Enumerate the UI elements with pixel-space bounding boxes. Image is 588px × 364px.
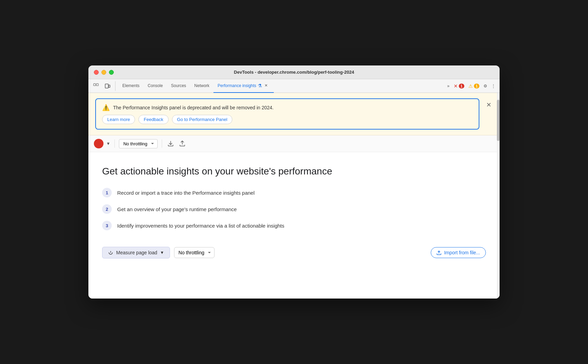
traffic-lights — [94, 70, 114, 75]
main-heading: Get actionable insights on your website'… — [102, 166, 486, 177]
svg-rect-1 — [96, 84, 98, 86]
record-dropdown-button[interactable]: ▼ — [106, 141, 110, 146]
scrollbar[interactable] — [497, 93, 500, 299]
devtools-window: DevTools - developer.chrome.com/blog/per… — [88, 65, 500, 299]
import-from-file-button[interactable]: Import from file... — [431, 247, 486, 258]
maximize-traffic-light[interactable] — [109, 70, 114, 75]
more-tabs-button[interactable]: » — [446, 81, 451, 91]
step-item-2: 2 Get an overview of your page's runtime… — [102, 204, 486, 214]
toolbar: ▼ No throttling Slow 3G Fast 3G — [88, 135, 500, 152]
tab-icon-group — [91, 81, 115, 91]
export-button[interactable] — [166, 139, 175, 148]
window-title: DevTools - developer.chrome.com/blog/per… — [234, 70, 354, 75]
svg-rect-2 — [105, 84, 108, 88]
warning-badge-button[interactable]: ⚠ 1 — [467, 81, 481, 91]
error-count: 1 — [459, 84, 464, 88]
step-number-3: 3 — [102, 221, 112, 230]
record-button[interactable] — [94, 139, 103, 148]
feedback-button[interactable]: Feedback — [138, 115, 168, 124]
toolbar-divider-2 — [162, 139, 162, 148]
tab-performance-insights[interactable]: Performance insights ⚗ ✕ — [213, 79, 274, 93]
toolbar-divider — [114, 139, 115, 148]
banner-close-button[interactable]: ✕ — [485, 100, 493, 110]
tab-sources[interactable]: Sources — [167, 79, 190, 93]
device-toolbar-icon[interactable] — [103, 81, 112, 91]
measure-chevron-icon: ▼ — [160, 250, 164, 255]
banner-message: ⚠️ The Performance Insights panel is dep… — [102, 104, 473, 111]
measure-label: Measure page load — [116, 250, 157, 255]
banner-inner: ⚠️ The Performance Insights panel is dep… — [95, 98, 479, 130]
main-content: Get actionable insights on your website'… — [88, 152, 500, 299]
close-traffic-light[interactable] — [94, 70, 99, 75]
inspect-element-icon[interactable] — [91, 81, 101, 91]
tab-console[interactable]: Console — [144, 79, 167, 93]
minimize-traffic-light[interactable] — [101, 70, 106, 75]
scrollbar-thumb[interactable] — [497, 100, 500, 141]
step-item-1: 1 Record or import a trace into the Perf… — [102, 188, 486, 197]
throttling-select[interactable]: No throttling Slow 3G Fast 3G — [119, 139, 158, 148]
devtools-tabbar: Elements Console Sources Network Perform… — [88, 79, 500, 93]
step-text-3: Identify improvements to your performanc… — [117, 223, 284, 229]
svg-rect-0 — [94, 84, 96, 86]
settings-icon[interactable]: ⚙ — [482, 81, 489, 91]
tab-elements[interactable]: Elements — [118, 79, 144, 93]
error-badge-button[interactable]: ✕ 1 — [452, 81, 466, 91]
flask-icon: ⚗ — [258, 83, 262, 88]
svg-rect-3 — [109, 85, 110, 87]
step-text-2: Get an overview of your page's runtime p… — [117, 206, 237, 212]
step-number-2: 2 — [102, 204, 112, 214]
bottom-throttling-select[interactable]: No throttling Slow 3G Fast 3G — [174, 247, 215, 258]
close-tab-icon[interactable]: ✕ — [263, 82, 270, 89]
step-item-3: 3 Identify improvements to your performa… — [102, 221, 486, 230]
measure-page-load-button[interactable]: Measure page load ▼ — [102, 247, 170, 258]
tab-network[interactable]: Network — [190, 79, 213, 93]
import-toolbar-button[interactable] — [178, 139, 187, 148]
devtools-content: ⚠️ The Performance Insights panel is dep… — [88, 93, 500, 299]
import-label: Import from file... — [444, 250, 480, 255]
titlebar: DevTools - developer.chrome.com/blog/per… — [88, 65, 500, 79]
tab-actions: » ✕ 1 ⚠ 1 ⚙ ⋮ — [446, 81, 497, 91]
banner-buttons: Learn more Feedback Go to Performance Pa… — [102, 115, 473, 124]
step-number-1: 1 — [102, 188, 112, 197]
go-to-performance-panel-button[interactable]: Go to Performance Panel — [172, 115, 233, 124]
banner-text: The Performance Insights panel is deprec… — [113, 105, 274, 110]
deprecation-banner: ⚠️ The Performance Insights panel is dep… — [88, 93, 500, 135]
warning-triangle-icon: ⚠️ — [102, 104, 110, 111]
bottom-controls: Measure page load ▼ No throttling Slow 3… — [102, 247, 486, 258]
step-text-1: Record or import a trace into the Perfor… — [117, 190, 255, 196]
steps-list: 1 Record or import a trace into the Perf… — [102, 188, 486, 230]
warning-count: 1 — [474, 84, 479, 88]
learn-more-button[interactable]: Learn more — [102, 115, 135, 124]
more-options-icon[interactable]: ⋮ — [490, 81, 497, 91]
